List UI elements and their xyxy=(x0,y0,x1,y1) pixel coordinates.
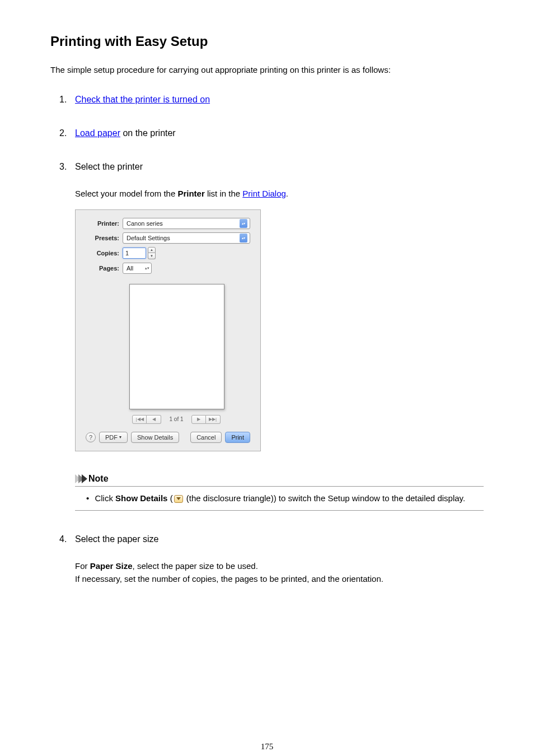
copies-stepper[interactable]: ▲ ▼ xyxy=(148,247,156,259)
note-box: Note Click Show Details ( (the disclosur… xyxy=(75,474,484,511)
note-title: Note xyxy=(88,474,109,484)
preview-nav: |◀◀ ◀ 1 of 1 ▶ ▶▶| xyxy=(102,415,250,424)
pages-select[interactable]: All ▴▾ xyxy=(123,263,152,274)
pages-value: All xyxy=(127,265,133,272)
steps-list: Check that the printer is turned on Load… xyxy=(50,95,484,585)
pages-label: Pages: xyxy=(86,265,123,272)
step-1: Check that the printer is turned on xyxy=(59,95,484,105)
printer-select[interactable]: Canon series ▴▾ xyxy=(123,218,250,229)
nav-next-icon[interactable]: ▶ xyxy=(191,415,206,424)
presets-label: Presets: xyxy=(86,235,123,241)
step-4: Select the paper size For Paper Size, se… xyxy=(59,534,484,585)
stepper-up-icon[interactable]: ▲ xyxy=(148,247,156,254)
page-preview xyxy=(129,284,224,409)
intro-text: The simple setup procedure for carrying … xyxy=(50,65,484,74)
step-1-link[interactable]: Check that the printer is turned on xyxy=(75,95,210,104)
select-arrows-icon: ▴▾ xyxy=(145,266,149,270)
copies-label: Copies: xyxy=(86,250,123,256)
note-body: Click Show Details ( (the disclosure tri… xyxy=(75,492,484,511)
step-2: Load paper on the printer xyxy=(59,128,484,138)
step-3-subtext: Select your model from the Printer list … xyxy=(75,188,484,200)
step-3: Select the printer Select your model fro… xyxy=(59,162,484,511)
nav-first-icon[interactable]: |◀◀ xyxy=(132,415,147,424)
cancel-button[interactable]: Cancel xyxy=(190,432,222,443)
page-title: Printing with Easy Setup xyxy=(50,34,484,49)
note-chevrons-icon xyxy=(75,474,85,483)
page-number: 175 xyxy=(50,742,484,752)
printer-label: Printer: xyxy=(86,220,123,227)
step-3-title: Select the printer xyxy=(75,162,143,171)
disclosure-triangle-icon xyxy=(174,495,183,503)
show-details-button[interactable]: Show Details xyxy=(131,432,179,443)
page-indicator: 1 of 1 xyxy=(169,416,183,422)
copies-input[interactable]: 1 xyxy=(123,248,146,259)
step-2-suffix: on the printer xyxy=(120,128,176,138)
printer-value: Canon series xyxy=(127,220,163,227)
print-button[interactable]: Print xyxy=(225,432,250,443)
nav-prev-icon[interactable]: ◀ xyxy=(147,415,161,424)
print-dialog-link[interactable]: Print Dialog xyxy=(242,189,286,198)
step-4-subtext: For Paper Size, select the paper size to… xyxy=(75,560,484,585)
stepper-down-icon[interactable]: ▼ xyxy=(148,253,156,259)
nav-last-icon[interactable]: ▶▶| xyxy=(206,415,221,424)
select-arrows-icon: ▴▾ xyxy=(240,219,247,228)
presets-value: Default Settings xyxy=(127,235,170,241)
pdf-button[interactable]: PDF xyxy=(99,432,128,443)
step-4-title: Select the paper size xyxy=(75,534,158,544)
step-2-link[interactable]: Load paper xyxy=(75,128,120,138)
help-button[interactable]: ? xyxy=(86,432,96,442)
print-dialog-screenshot: Printer: Canon series ▴▾ Presets: Defaul… xyxy=(75,209,261,451)
select-arrows-icon: ▴▾ xyxy=(240,234,247,242)
presets-select[interactable]: Default Settings ▴▾ xyxy=(123,232,250,244)
